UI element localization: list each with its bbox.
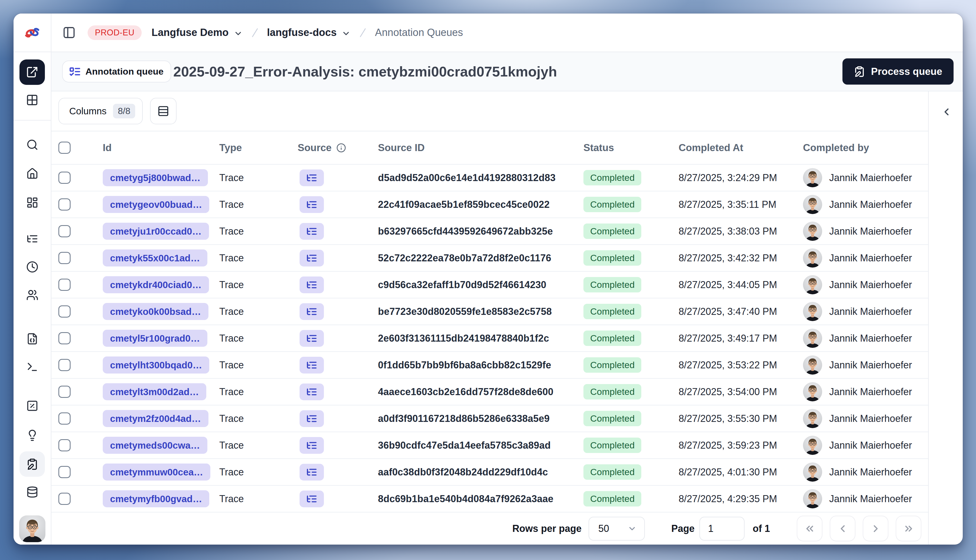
sidebar-toggle-button[interactable] bbox=[62, 26, 76, 39]
row-source-id: c9d56ca32efaff1b70d9d52f46614230 bbox=[378, 279, 546, 290]
row-id-pill[interactable]: cmetygeov00buad… bbox=[103, 196, 209, 213]
row-id-pill[interactable]: cmetyg5j800bwad… bbox=[103, 169, 208, 186]
breadcrumb-org[interactable]: Langfuse Demo bbox=[152, 27, 242, 38]
list-tree-icon bbox=[306, 467, 317, 478]
column-header-source[interactable]: Source bbox=[298, 142, 378, 153]
sidebar-item-sessions[interactable] bbox=[20, 253, 45, 281]
avatar-photo bbox=[803, 355, 822, 375]
app-window: PROD-EU Langfuse Demo langfuse-docs Anno… bbox=[13, 13, 963, 545]
row-source-link[interactable] bbox=[300, 277, 324, 293]
sidebar-item-datasets[interactable] bbox=[20, 478, 45, 506]
row-checkbox[interactable] bbox=[58, 252, 70, 264]
page-number-input[interactable]: 1 bbox=[699, 517, 744, 540]
row-id-pill[interactable]: cmetyko0k00bsad… bbox=[103, 303, 209, 320]
sidebar-item-open-project[interactable] bbox=[20, 60, 45, 85]
sidebar-item-users[interactable] bbox=[20, 281, 45, 309]
row-id-pill[interactable]: cmetyk55x00c1ad… bbox=[103, 250, 207, 267]
row-checkbox[interactable] bbox=[58, 225, 70, 237]
row-checkbox[interactable] bbox=[58, 305, 70, 318]
column-header-completed-at[interactable]: Completed At bbox=[679, 142, 803, 153]
user-avatar[interactable] bbox=[19, 515, 45, 542]
sidebar-item-search[interactable] bbox=[20, 130, 45, 158]
first-page-button[interactable] bbox=[797, 516, 823, 542]
row-checkbox[interactable] bbox=[58, 386, 70, 398]
row-checkbox[interactable] bbox=[58, 412, 70, 425]
row-source-link[interactable] bbox=[300, 330, 324, 347]
sidebar-item-prompts[interactable] bbox=[20, 325, 45, 353]
row-id-pill[interactable]: cmetylt3m00d2ad… bbox=[103, 383, 206, 400]
sidebar-item-insights[interactable] bbox=[20, 421, 45, 449]
sidebar-item-home[interactable] bbox=[20, 160, 45, 188]
previous-page-button[interactable] bbox=[830, 516, 856, 542]
info-icon[interactable] bbox=[336, 143, 346, 153]
row-source-link[interactable] bbox=[300, 223, 324, 240]
row-source-link[interactable] bbox=[300, 303, 324, 320]
environment-badge[interactable]: PROD-EU bbox=[88, 25, 142, 40]
row-source-link[interactable] bbox=[300, 170, 324, 186]
sidebar-item-tables[interactable] bbox=[20, 89, 45, 111]
collapse-panel-button[interactable] bbox=[939, 104, 954, 120]
process-queue-button[interactable]: Process queue bbox=[843, 58, 954, 85]
sidebar-item-evaluation[interactable] bbox=[20, 392, 45, 420]
row-status-badge: Completed bbox=[584, 304, 641, 319]
row-checkbox[interactable] bbox=[58, 332, 70, 344]
row-checkbox[interactable] bbox=[58, 359, 70, 371]
row-id-pill[interactable]: cmetylht300bqad0… bbox=[103, 357, 209, 373]
row-type: Trace bbox=[219, 386, 244, 397]
row-checkbox[interactable] bbox=[58, 172, 70, 184]
row-height-button[interactable] bbox=[150, 98, 177, 124]
row-source-link[interactable] bbox=[300, 437, 324, 454]
row-checkbox[interactable] bbox=[58, 439, 70, 452]
terminal-icon bbox=[26, 361, 38, 373]
row-source-link[interactable] bbox=[300, 464, 324, 480]
columns-button[interactable]: Columns 8/8 bbox=[58, 98, 143, 124]
row-id-pill[interactable]: cmetym2fz00d4ad… bbox=[103, 410, 209, 427]
row-checkbox[interactable] bbox=[58, 198, 70, 210]
row-source-link[interactable] bbox=[300, 250, 324, 267]
langfuse-logo-icon[interactable] bbox=[24, 27, 40, 39]
avatar-photo bbox=[803, 489, 822, 508]
row-id-pill[interactable]: cmetymyfb00gvad… bbox=[103, 490, 209, 507]
select-all-checkbox[interactable] bbox=[58, 142, 70, 154]
column-header-id[interactable]: Id bbox=[103, 142, 219, 153]
column-header-completed-by[interactable]: Completed by bbox=[803, 142, 928, 153]
breadcrumb-project[interactable]: langfuse-docs bbox=[267, 27, 351, 38]
column-header-type[interactable]: Type bbox=[219, 142, 298, 153]
chevron-down-icon[interactable] bbox=[342, 29, 350, 38]
sidebar-item-dashboards[interactable] bbox=[20, 188, 45, 217]
row-id-pill[interactable]: cmetymeds00cwa… bbox=[103, 437, 207, 454]
row-source-link[interactable] bbox=[300, 196, 324, 213]
row-source-link[interactable] bbox=[300, 410, 324, 427]
column-header-status[interactable]: Status bbox=[584, 142, 679, 153]
row-completed-at: 8/27/2025, 3:44:05 PM bbox=[679, 279, 777, 290]
row-checkbox[interactable] bbox=[58, 466, 70, 478]
sidebar-item-playground[interactable] bbox=[20, 353, 45, 381]
row-id-pill[interactable]: cmetyju1r00ccad0… bbox=[103, 223, 209, 240]
clipboard-pen-icon bbox=[854, 66, 865, 77]
row-source-link[interactable] bbox=[300, 490, 324, 507]
row-completed-at: 8/27/2025, 3:49:17 PM bbox=[679, 333, 777, 344]
row-source-link[interactable] bbox=[300, 357, 324, 373]
column-header-source-id[interactable]: Source ID bbox=[378, 142, 584, 153]
rows-per-page-select[interactable]: 50 bbox=[589, 517, 645, 540]
row-checkbox[interactable] bbox=[58, 493, 70, 505]
row-source-link[interactable] bbox=[300, 383, 324, 400]
row-completed-at: 8/27/2025, 4:29:35 PM bbox=[679, 493, 777, 504]
file-code-icon bbox=[26, 333, 38, 345]
row-id-pill[interactable]: cmetymmuw00cea… bbox=[103, 463, 210, 480]
row-id-pill[interactable]: cmetyl5r100grad0… bbox=[103, 330, 207, 347]
row-completed-by: Jannik Maierhoefer bbox=[829, 226, 912, 237]
panel-left-icon bbox=[62, 26, 76, 39]
row-status-badge: Completed bbox=[584, 438, 641, 453]
sidebar-item-tracing[interactable] bbox=[20, 225, 45, 253]
clock-icon bbox=[26, 261, 38, 273]
row-checkbox[interactable] bbox=[58, 278, 70, 291]
chevron-down-icon[interactable] bbox=[234, 29, 243, 38]
column-header-source-label: Source bbox=[298, 142, 332, 153]
row-source-id: 8dc69b1ba1e540b4d084a7f9262a3aae bbox=[378, 493, 554, 504]
sidebar-item-annotation-queues[interactable] bbox=[20, 452, 45, 477]
next-page-button[interactable] bbox=[863, 516, 888, 542]
last-page-button[interactable] bbox=[896, 516, 921, 542]
chevron-left-icon bbox=[941, 106, 952, 118]
row-id-pill[interactable]: cmetykdr400ciad0… bbox=[103, 276, 209, 293]
